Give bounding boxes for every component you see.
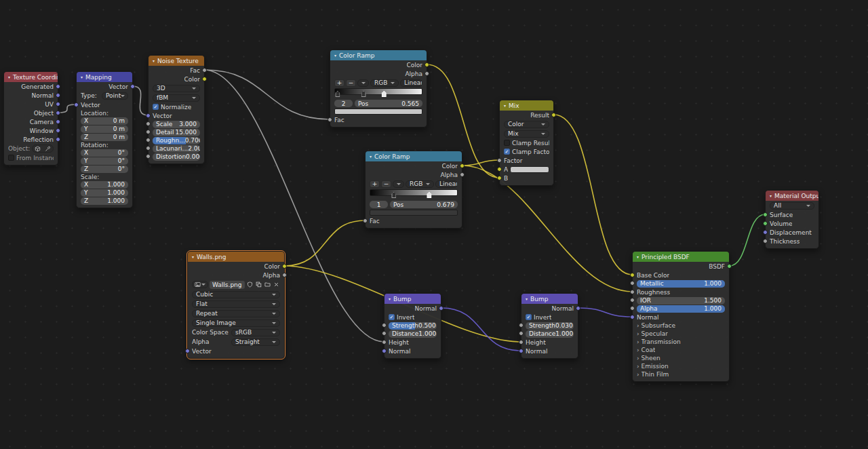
dropdown-3d[interactable]: 3D [153,85,200,92]
socket-noise-texture-in-vector[interactable] [146,113,151,118]
value-field-distance[interactable]: Distance1.000 [526,330,574,338]
gradient-bar[interactable] [334,88,422,95]
color-mode-dropdown[interactable]: RGB [406,180,434,188]
socket-mix-in-factor[interactable] [497,158,502,163]
stop-color-swatch[interactable] [334,109,422,115]
node-header-image-texture[interactable]: ▾Walls.png [188,252,284,262]
socket-bump-2-in-distance[interactable] [519,331,524,336]
node-header-bump-2[interactable]: ▾Bump [521,294,578,304]
node-color-ramp-2[interactable]: ▾Color RampColorAlpha+−RGBLinear1Pos0.67… [365,151,462,229]
checkbox-clamp-factor[interactable]: ✓ [504,149,510,155]
socket-bump-2-in-height[interactable] [519,340,524,345]
dropdown-single-image[interactable]: Single Image [192,319,280,327]
socket-texture-coordinate-out-window[interactable] [56,128,60,133]
socket-principled-bsdf-in-normal[interactable] [630,315,635,319]
ramp-stop-marker[interactable] [382,91,387,97]
node-link-1[interactable] [133,86,149,115]
socket-mix-out-result[interactable] [551,113,556,117]
node-link-10[interactable] [441,308,521,351]
remove-stop-button[interactable]: − [346,79,356,87]
node-mapping[interactable]: ▾MappingVectorType:PointVectorLocation:X… [76,71,133,208]
node-texture-coordinate[interactable]: ▾Texture CoordinateGeneratedNormalUVObje… [3,71,58,165]
dropdown-straight[interactable]: Straight [231,338,280,346]
dropdown-fbm[interactable]: fBM [153,94,200,102]
fake-user-shield-icon[interactable] [246,281,254,289]
value-field-z[interactable]: Z0° [81,165,128,173]
node-link-12[interactable] [730,214,766,266]
checkbox-invert[interactable]: ✓ [389,314,395,320]
value-field-x[interactable]: X0° [81,149,128,157]
value-field-lacunari[interactable]: Lacunari...2.000 [153,145,200,153]
ramp-stop-marker[interactable] [391,192,396,198]
value-field-strength[interactable]: Strength0.030 [526,322,574,330]
image-name-field[interactable]: Walls.png [210,281,245,289]
socket-noise-texture-in-scale[interactable] [146,121,151,126]
socket-principled-bsdf-in-ior[interactable] [630,298,635,302]
interpolation-dropdown[interactable]: Linear [400,79,422,87]
socket-bump-1-in-strength[interactable] [382,323,387,328]
socket-color-ramp-2-in-fac[interactable] [363,218,368,223]
socket-texture-coordinate-out-camera[interactable] [56,119,60,124]
panel-emission[interactable]: ›Emission [633,362,729,370]
value-field-strength[interactable]: Strength0.500 [389,322,437,330]
node-header-material-output[interactable]: ▾Material Output [766,191,818,201]
ramp-stop-marker[interactable] [427,192,431,198]
remove-stop-button[interactable]: − [381,180,391,188]
node-link-7[interactable] [462,160,500,165]
socket-bump-2-out-normal[interactable] [576,306,580,311]
socket-principled-bsdf-in-metallic[interactable] [630,281,635,286]
socket-noise-texture-in-lacunari[interactable] [146,146,151,151]
node-header-color-ramp-1[interactable]: ▾Color Ramp [330,50,427,60]
color-swatch[interactable] [510,166,549,173]
panel-subsurface[interactable]: ›Subsurface [633,321,729,330]
value-field-y[interactable]: Y0° [81,157,128,165]
node-color-ramp-1[interactable]: ▾Color RampColorAlpha+−RGBLinear2Pos0.56… [330,50,427,128]
value-field-distance[interactable]: Distance1.000 [389,330,437,338]
node-header-mapping[interactable]: ▾Mapping [77,72,132,82]
value-field-alpha[interactable]: Alpha1.000 [637,305,725,313]
socket-image-texture-in-vector[interactable] [185,349,190,353]
socket-image-texture-out-color[interactable] [282,264,287,269]
socket-texture-coordinate-out-reflection[interactable] [56,137,60,142]
socket-noise-texture-in-detail[interactable] [146,130,151,134]
node-header-color-ramp-2[interactable]: ▾Color Ramp [366,151,462,161]
dropdown-color[interactable]: Color [504,121,549,128]
value-field-ior[interactable]: IOR1.500 [637,297,725,305]
object-picker[interactable] [32,144,54,153]
socket-texture-coordinate-out-object[interactable] [56,111,60,115]
node-material-output[interactable]: ▾Material OutputAllSurfaceVolumeDisplace… [765,190,819,249]
socket-bump-1-in-distance[interactable] [382,331,387,336]
socket-bump-2-in-normal[interactable] [519,349,524,353]
node-header-texture-coordinate[interactable]: ▾Texture Coordinate [4,72,58,82]
socket-color-ramp-1-out-color[interactable] [425,62,429,67]
socket-material-output-in-volume[interactable] [763,221,768,226]
node-header-mix[interactable]: ▾Mix [500,100,553,111]
dropdown-repeat[interactable]: Repeat [192,310,280,317]
node-bump-2[interactable]: ▾BumpNormal✓InvertStrength0.030Distance1… [521,293,578,359]
checkbox-invert[interactable]: ✓ [526,314,532,320]
dropdown-point[interactable]: Point [102,92,128,100]
socket-bump-2-in-strength[interactable] [519,323,524,328]
node-editor-canvas[interactable]: ▾Texture CoordinateGeneratedNormalUVObje… [0,0,868,449]
socket-principled-bsdf-out-bsdf[interactable] [727,264,732,269]
value-field-y[interactable]: Y0 m [81,125,128,133]
value-field-roughn[interactable]: Roughn...0.700 [153,137,200,144]
socket-bump-1-out-normal[interactable] [439,306,443,311]
dropdown-all[interactable]: All [770,202,814,210]
stop-position-field[interactable]: Pos0.679 [390,201,458,208]
ramp-tools-dropdown[interactable] [393,180,404,188]
node-link-2[interactable] [205,70,330,119]
node-header-principled-bsdf[interactable]: ▾Principled BSDF [633,252,729,262]
panel-sheen[interactable]: ›Sheen [633,354,729,362]
socket-texture-coordinate-out-generated[interactable] [56,84,60,89]
stop-index-field[interactable]: 2 [334,100,353,107]
node-header-noise-texture[interactable]: ▾Noise Texture [149,56,204,66]
node-image-texture[interactable]: ▾Walls.pngColorAlphaWalls.pngCubicFlatRe… [187,251,285,359]
unlink-icon[interactable] [273,281,280,289]
gradient-bar[interactable] [370,189,458,196]
value-field-x[interactable]: X1.000 [81,181,128,189]
interpolation-dropdown[interactable]: Linear [435,180,458,188]
node-link-11[interactable] [578,308,633,317]
checkbox-from-instancer[interactable] [8,155,14,161]
socket-material-output-in-displacement[interactable] [763,230,768,235]
